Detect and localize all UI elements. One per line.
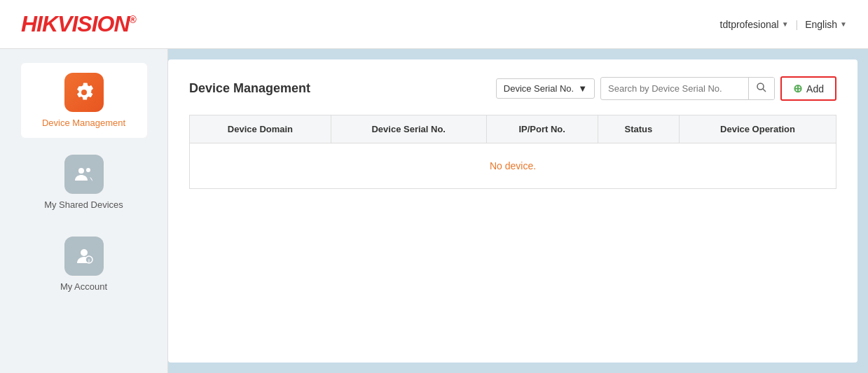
shared-devices-icon-box — [64, 155, 104, 194]
device-management-icon-box — [64, 73, 104, 112]
language-menu[interactable]: English ▼ — [805, 19, 847, 30]
no-device-cell: No device. — [190, 143, 836, 189]
sidebar-item-my-shared-devices[interactable]: My Shared Devices — [21, 145, 147, 220]
sidebar-account-label: My Account — [60, 281, 107, 292]
search-select-value: Device Serial No. — [504, 83, 574, 94]
svg-text:i: i — [88, 258, 90, 263]
logo: HIKVISION® — [21, 11, 136, 37]
search-input-wrap — [600, 77, 775, 100]
username: tdtprofesional — [720, 19, 779, 30]
svg-point-2 — [81, 249, 88, 256]
users-icon — [72, 162, 96, 186]
svg-point-0 — [78, 168, 84, 174]
sidebar: Device Management My Shared Devices — [0, 49, 168, 373]
add-button[interactable]: ⊕ Add — [780, 76, 836, 101]
col-status: Status — [598, 115, 679, 143]
svg-point-1 — [86, 168, 90, 172]
content-area: Device Management Device Serial No. ▼ — [168, 59, 857, 363]
sidebar-item-device-management[interactable]: Device Management — [21, 63, 147, 138]
device-table: Device Domain Device Serial No. IP/Port … — [189, 115, 836, 189]
add-label: Add — [806, 83, 824, 94]
select-arrow: ▼ — [578, 83, 587, 94]
col-device-operation: Device Operation — [680, 115, 836, 143]
table-header-row: Device Domain Device Serial No. IP/Port … — [190, 115, 836, 143]
search-button[interactable] — [748, 78, 774, 99]
svg-line-6 — [763, 89, 766, 92]
search-type-select[interactable]: Device Serial No. ▼ — [496, 78, 595, 99]
no-device-message: No device. — [490, 160, 536, 171]
user-dropdown-arrow: ▼ — [782, 20, 789, 28]
col-device-domain: Device Domain — [190, 115, 331, 143]
user-menu[interactable]: tdtprofesional ▼ — [720, 19, 789, 30]
lang-dropdown-arrow: ▼ — [840, 20, 847, 28]
my-account-icon-box: i — [64, 237, 104, 276]
page-title: Device Management — [189, 81, 310, 96]
account-icon: i — [72, 244, 96, 268]
add-icon: ⊕ — [793, 82, 802, 95]
table-empty-row: No device. — [190, 143, 836, 189]
content-header: Device Management Device Serial No. ▼ — [189, 76, 836, 101]
search-area: Device Serial No. ▼ ⊕ Add — [496, 76, 836, 101]
svg-point-5 — [757, 83, 764, 90]
header-divider: | — [796, 19, 799, 30]
sidebar-device-management-label: Device Management — [42, 118, 125, 128]
language-label: English — [805, 19, 837, 30]
sidebar-item-my-account[interactable]: i My Account — [21, 227, 147, 302]
logo-text: HIKVISION® — [21, 11, 136, 37]
main-layout: Device Management My Shared Devices — [0, 49, 868, 373]
search-icon — [756, 82, 767, 93]
search-input[interactable] — [601, 79, 748, 98]
sidebar-shared-devices-label: My Shared Devices — [44, 199, 123, 210]
gear-icon — [73, 81, 95, 104]
col-device-serial: Device Serial No. — [331, 115, 486, 143]
col-ip-port: IP/Port No. — [486, 115, 598, 143]
header: HIKVISION® tdtprofesional ▼ | English ▼ — [0, 0, 868, 49]
header-right: tdtprofesional ▼ | English ▼ — [720, 19, 847, 30]
